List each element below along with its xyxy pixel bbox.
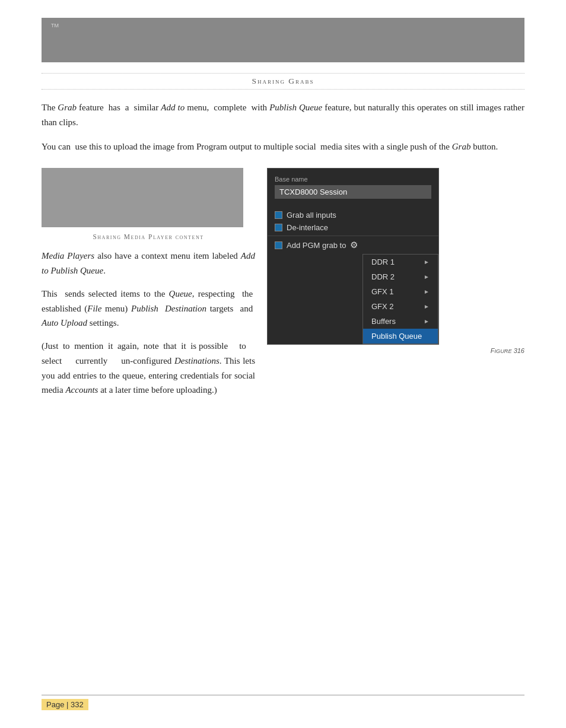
submenu-arrow-buffers: ► xyxy=(424,318,430,325)
grab-italic-1: Grab xyxy=(58,103,77,112)
left-para-2: This sends selected items to the Queue, … xyxy=(42,287,255,330)
content-columns: Sharing Media Player content Media Playe… xyxy=(42,168,524,406)
media-players-italic: Media Players xyxy=(42,251,94,260)
submenu-label-gfx1: GFX 1 xyxy=(371,287,394,296)
submenu-label-gfx2: GFX 2 xyxy=(371,302,394,311)
submenu-item-ddr1[interactable]: DDR 1 ► xyxy=(363,255,438,269)
paragraph-2: You can use this to upload the image fro… xyxy=(42,139,524,154)
submenu-label-ddr2: DDR 2 xyxy=(371,272,395,281)
add-to-italic: Add to xyxy=(161,103,185,112)
submenu-label-ddr1: DDR 1 xyxy=(371,257,395,266)
submenu-arrow-ddr1: ► xyxy=(424,259,430,265)
submenu-label-publish-queue: Publish Queue xyxy=(371,332,422,341)
left-para-3: (Just to mention it again, note that it … xyxy=(42,339,255,398)
submenu-item-publish-queue[interactable]: Publish Queue xyxy=(363,329,438,344)
section-heading: Sharing Grabs xyxy=(42,73,524,90)
figure-caption: FIGURE 316 xyxy=(267,345,524,357)
base-name-label: Base name xyxy=(275,176,431,183)
submenu-arrow-gfx1: ► xyxy=(424,288,430,295)
publish-queue-italic: Publish Queue xyxy=(269,103,322,112)
submenu-item-gfx2[interactable]: GFX 2 ► xyxy=(363,299,438,314)
context-menu: Base name TCXD8000 Session Grab all inpu… xyxy=(267,168,439,345)
grab-all-inputs-row[interactable]: Grab all inputs xyxy=(268,211,438,220)
base-name-section: Base name TCXD8000 Session xyxy=(268,176,438,211)
grab-all-inputs-checkbox[interactable] xyxy=(275,211,282,219)
section-heading-text: Sharing Grabs xyxy=(252,77,314,85)
page-number: Page | 332 xyxy=(42,699,88,710)
submenu-label-buffers: Buffers xyxy=(371,317,396,326)
submenu-area: DDR 1 ► DDR 2 ► GFX 1 ► GFX 2 xyxy=(268,254,438,344)
tm-label: TM xyxy=(51,23,59,28)
submenu-item-ddr2[interactable]: DDR 2 ► xyxy=(363,269,438,284)
add-pgm-checkbox[interactable] xyxy=(275,241,282,249)
submenu-indent xyxy=(268,254,363,344)
de-interlace-checkbox[interactable] xyxy=(275,224,282,231)
gear-icon[interactable]: ⚙ xyxy=(350,240,358,250)
publish-destination-italic: Publish Destination xyxy=(131,304,206,313)
de-interlace-row[interactable]: De-interlace xyxy=(268,223,438,232)
left-para-1: Media Players also have a context menu i… xyxy=(42,249,255,278)
accounts-italic: Accounts xyxy=(65,385,98,395)
queue-italic: Queue xyxy=(169,289,192,298)
page-container: TM Sharing Grabs The Grab feature has a … xyxy=(0,0,566,728)
auto-upload-italic: Auto Upload xyxy=(42,318,87,328)
grab-italic-2: Grab xyxy=(452,142,471,151)
image-caption: Sharing Media Player content xyxy=(42,233,255,240)
paragraph-1: The Grab feature has a similar Add to me… xyxy=(42,100,524,130)
page-footer: Page | 332 xyxy=(42,695,524,710)
left-column: Sharing Media Player content Media Playe… xyxy=(42,168,255,406)
de-interlace-label: De-interlace xyxy=(287,223,328,232)
right-column: Base name TCXD8000 Session Grab all inpu… xyxy=(267,168,524,357)
add-pgm-grab-row[interactable]: Add PGM grab to ⚙ xyxy=(268,236,438,254)
destinations-italic: Destinations xyxy=(174,356,220,365)
header-bar: TM xyxy=(42,18,524,62)
base-name-input[interactable]: TCXD8000 Session xyxy=(275,185,431,199)
grab-all-inputs-label: Grab all inputs xyxy=(287,211,336,220)
file-italic: File xyxy=(87,304,101,313)
submenu-item-gfx1[interactable]: GFX 1 ► xyxy=(363,284,438,299)
submenu-arrow-gfx2: ► xyxy=(424,303,430,310)
submenu-arrow-ddr2: ► xyxy=(424,274,430,280)
submenu-list: DDR 1 ► DDR 2 ► GFX 1 ► GFX 2 xyxy=(363,254,438,344)
submenu-item-buffers[interactable]: Buffers ► xyxy=(363,314,438,329)
add-pgm-label: Add PGM grab to xyxy=(287,241,346,250)
media-player-image xyxy=(42,168,243,227)
figure-caption-text: FIGURE 316 xyxy=(491,347,524,354)
